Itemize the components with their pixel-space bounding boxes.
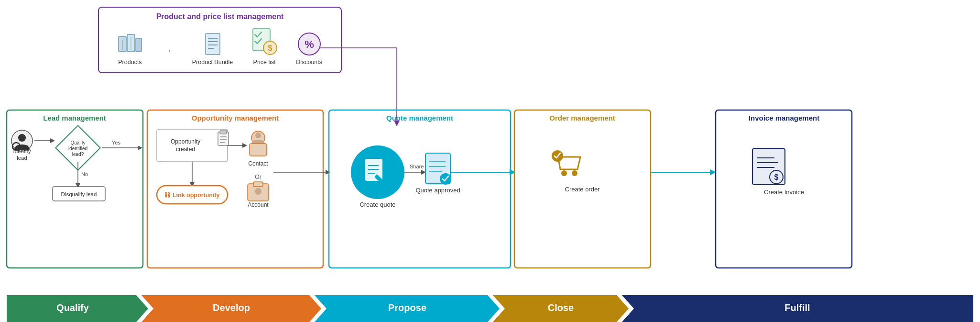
- page-wrapper: Product and price list management Produc…: [0, 0, 980, 322]
- svg-text:Invoice management: Invoice management: [749, 114, 819, 122]
- svg-rect-41: [157, 129, 228, 162]
- svg-text:Propose: Propose: [388, 302, 426, 313]
- svg-rect-55: [250, 144, 267, 156]
- svg-text:Disqualify lead: Disqualify lead: [61, 191, 97, 197]
- svg-text:Identify: Identify: [13, 148, 31, 154]
- svg-text:Contact: Contact: [248, 160, 268, 167]
- svg-text:Quote management: Quote management: [386, 114, 453, 122]
- svg-rect-45: [220, 130, 227, 134]
- svg-text:$: $: [774, 173, 779, 181]
- svg-text:Create order: Create order: [565, 186, 600, 193]
- svg-text:Opportunity: Opportunity: [171, 138, 200, 145]
- svg-text:Create quote: Create quote: [359, 201, 395, 208]
- svg-text:Yes: Yes: [112, 140, 120, 145]
- svg-text:Develop: Develop: [213, 302, 250, 313]
- svg-text:Fulfill: Fulfill: [784, 302, 810, 313]
- svg-text:Create Invoice: Create Invoice: [764, 189, 804, 196]
- svg-text:Qualify: Qualify: [56, 302, 89, 313]
- svg-text:Order management: Order management: [549, 114, 615, 122]
- svg-text:Share: Share: [410, 164, 424, 169]
- svg-text:lead: lead: [17, 155, 27, 161]
- main-diagram: Lead management Identify lead Qual: [0, 0, 980, 322]
- svg-text:Or: Or: [255, 174, 261, 180]
- svg-rect-59: [253, 182, 263, 187]
- svg-text:Quote approved: Quote approved: [415, 187, 460, 194]
- svg-text:Close: Close: [548, 302, 574, 313]
- svg-text:Account: Account: [248, 201, 269, 208]
- svg-text:identified: identified: [68, 146, 87, 151]
- svg-point-84: [572, 170, 577, 176]
- svg-point-60: [255, 188, 261, 195]
- svg-text:created: created: [176, 146, 195, 153]
- svg-text:Lead management: Lead management: [43, 114, 106, 122]
- svg-point-83: [561, 170, 567, 176]
- svg-text:No: No: [81, 171, 88, 177]
- svg-point-21: [18, 134, 26, 142]
- svg-text:Opportunity management: Opportunity management: [192, 114, 279, 122]
- svg-text:lead?: lead?: [72, 152, 84, 157]
- svg-text:⛓ Link opportunity: ⛓ Link opportunity: [164, 192, 219, 199]
- svg-point-54: [255, 133, 261, 138]
- svg-text:Qualify: Qualify: [70, 140, 85, 145]
